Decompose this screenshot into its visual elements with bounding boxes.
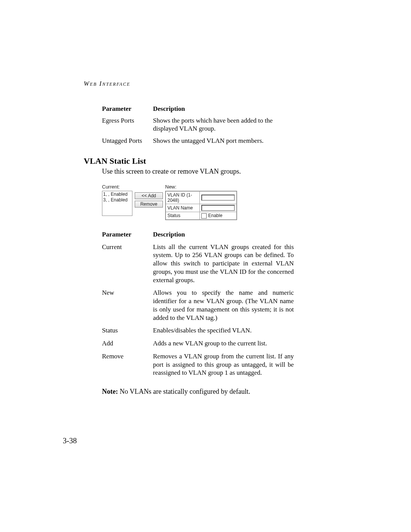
- table-row: Allows you to specify the name and numer…: [153, 289, 294, 322]
- page-number: 3-38: [63, 436, 77, 445]
- table-row: Enables/disables the specified VLAN.: [153, 326, 294, 335]
- field-label-status: Status: [166, 212, 200, 219]
- table-row: Status: [102, 326, 151, 335]
- section-title: VLAN Static List: [84, 156, 327, 166]
- remove-button[interactable]: Remove: [135, 201, 163, 208]
- note-label: Note:: [102, 388, 118, 395]
- enable-checkbox[interactable]: [201, 213, 207, 219]
- table-header-parameter: Parameter: [102, 105, 151, 113]
- vlan-name-input[interactable]: [201, 205, 235, 211]
- table-row: Untagged Ports: [102, 137, 151, 145]
- parameter-table-2: Parameter Description Current Lists all …: [102, 231, 327, 377]
- table-row: Remove: [102, 352, 151, 377]
- table-header-description: Description: [153, 105, 290, 113]
- current-listbox[interactable]: 1, , Enabled 3, , Enabled: [102, 191, 132, 216]
- table-row: Adds a new VLAN group to the current lis…: [153, 339, 294, 348]
- table-row: Add: [102, 339, 151, 348]
- table-row: Shows the ports which have been added to…: [153, 117, 290, 133]
- note-text: No VLANs are statically configured by de…: [119, 388, 250, 395]
- table-header-description: Description: [153, 231, 294, 238]
- list-item[interactable]: 3, , Enabled: [103, 197, 131, 203]
- table-row: Lists all the current VLAN groups create…: [153, 243, 294, 284]
- field-label-vlan-name: VLAN Name: [166, 204, 200, 212]
- vlan-static-list-ui: Current: 1, , Enabled 3, , Enabled << Ad…: [102, 184, 237, 220]
- table-row: Egress Ports: [102, 117, 151, 133]
- section-intro: Use this screen to create or remove VLAN…: [102, 168, 327, 176]
- note: Note: No VLANs are statically configured…: [102, 388, 327, 396]
- new-label: New:: [165, 184, 237, 190]
- parameter-table-1: Parameter Description Egress Ports Shows…: [102, 105, 327, 145]
- new-vlan-grid: VLAN ID (1-2048) VLAN Name Status Enable: [165, 191, 237, 220]
- table-row: Removes a VLAN group from the current li…: [153, 352, 294, 377]
- field-label-vlan-id: VLAN ID (1-2048): [166, 191, 200, 204]
- table-row: New: [102, 289, 151, 322]
- add-button[interactable]: << Add: [135, 192, 163, 199]
- running-header: Web Interface: [84, 80, 327, 88]
- table-header-parameter: Parameter: [102, 231, 151, 238]
- vlan-id-input[interactable]: [201, 195, 235, 201]
- table-row: Shows the untagged VLAN port members.: [153, 137, 290, 145]
- enable-label: Enable: [208, 213, 222, 218]
- current-label: Current:: [102, 184, 132, 190]
- table-row: Current: [102, 243, 151, 284]
- list-item[interactable]: 1, , Enabled: [103, 192, 131, 198]
